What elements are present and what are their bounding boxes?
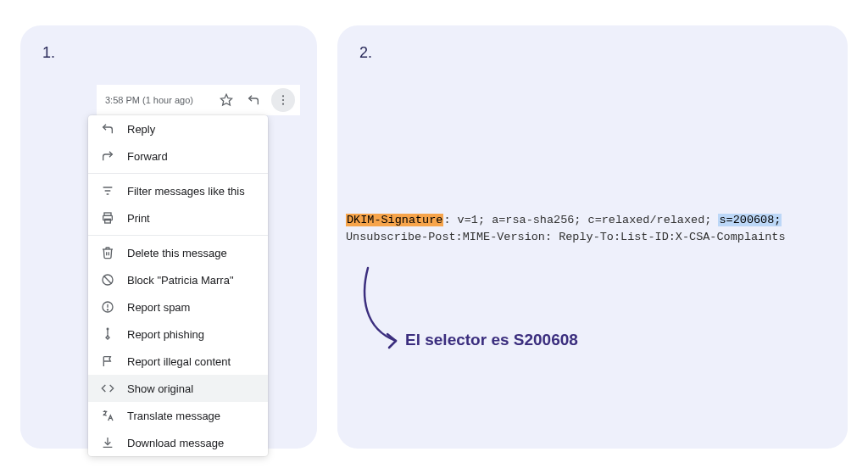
- menu-label: Report illegal content: [127, 355, 231, 368]
- svg-point-1: [282, 95, 284, 97]
- more-icon[interactable]: [271, 88, 295, 112]
- selector-highlight: s=200608;: [718, 214, 782, 226]
- menu-label: Block "Patricia Marra": [127, 274, 234, 287]
- code-icon: [100, 381, 115, 396]
- reply-arrow-icon[interactable]: [244, 91, 263, 109]
- gmail-context-menu: Reply Forward Filter messages like this …: [88, 115, 268, 456]
- svg-point-2: [282, 99, 284, 101]
- menu-forward[interactable]: Forward: [88, 142, 268, 170]
- menu-print[interactable]: Print: [88, 204, 268, 231]
- menu-label: Forward: [127, 150, 168, 163]
- menu-translate[interactable]: Translate message: [88, 402, 268, 429]
- dkim-header-code: DKIM-Signature: v=1; a=rsa-sha256; c=rel…: [337, 212, 848, 245]
- menu-reply[interactable]: Reply: [88, 115, 268, 142]
- menu-filter[interactable]: Filter messages like this: [88, 177, 268, 204]
- menu-delete[interactable]: Delete this message: [88, 239, 268, 266]
- phishing-icon: [100, 326, 115, 342]
- selector-annotation: El selector es S200608: [405, 331, 578, 349]
- arrow-icon: [358, 263, 409, 356]
- svg-marker-0: [220, 94, 231, 105]
- menu-label: Download message: [127, 437, 224, 449]
- filter-icon: [100, 183, 115, 198]
- menu-block[interactable]: Block "Patricia Marra": [88, 266, 268, 293]
- menu-label: Report spam: [127, 301, 190, 314]
- dkim-signature-highlight: DKIM-Signature: [346, 214, 443, 226]
- menu-separator: [88, 235, 268, 236]
- svg-point-3: [282, 103, 284, 105]
- menu-label: Print: [127, 212, 150, 225]
- print-icon: [100, 210, 115, 226]
- spam-icon: [100, 299, 115, 315]
- menu-show-original[interactable]: Show original: [88, 375, 268, 402]
- menu-separator: [88, 173, 268, 174]
- menu-label: Filter messages like this: [127, 185, 245, 198]
- svg-line-11: [103, 276, 111, 283]
- menu-label: Translate message: [127, 410, 220, 422]
- email-timestamp: 3:58 PM (1 hour ago): [105, 95, 193, 105]
- svg-point-14: [107, 309, 108, 310]
- menu-report-phishing[interactable]: Report phishing: [88, 321, 268, 348]
- panel-number-2: 2.: [359, 44, 826, 62]
- panel-1: 1. 3:58 PM (1 hour ago) Reply: [20, 25, 317, 449]
- menu-label: Reply: [127, 123, 155, 136]
- menu-label: Show original: [127, 382, 193, 395]
- menu-label: Report phishing: [127, 328, 204, 341]
- menu-report-illegal[interactable]: Report illegal content: [88, 348, 268, 375]
- panel-number-1: 1.: [42, 44, 295, 62]
- gmail-menu-screenshot: 3:58 PM (1 hour ago) Reply Fo: [97, 85, 300, 456]
- svg-point-15: [107, 328, 108, 330]
- panel-2: 2. DKIM-Signature: v=1; a=rsa-sha256; c=…: [337, 25, 848, 449]
- flag-icon: [100, 354, 115, 369]
- gmail-toolbar: 3:58 PM (1 hour ago): [97, 85, 300, 115]
- menu-report-spam[interactable]: Report spam: [88, 293, 268, 321]
- star-icon[interactable]: [217, 91, 236, 109]
- download-icon: [100, 435, 115, 450]
- block-icon: [100, 272, 115, 287]
- code-line-2: Unsubscribe-Post:MIME-Version: Reply-To:…: [346, 229, 848, 246]
- reply-icon: [100, 121, 115, 137]
- menu-label: Delete this message: [127, 247, 227, 259]
- forward-icon: [100, 148, 115, 164]
- menu-download[interactable]: Download message: [88, 429, 268, 456]
- translate-icon: [100, 408, 115, 423]
- code-line-1: DKIM-Signature: v=1; a=rsa-sha256; c=rel…: [346, 212, 848, 229]
- trash-icon: [100, 245, 115, 260]
